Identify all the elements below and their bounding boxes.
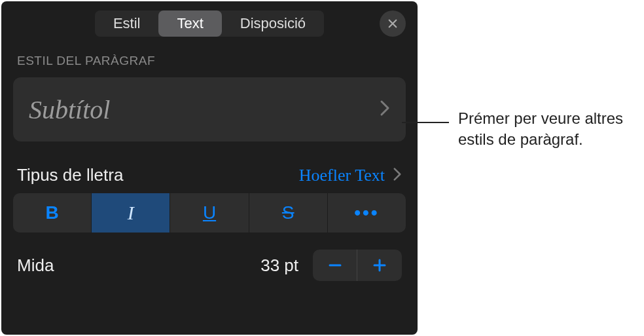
size-decrease-button[interactable] — [313, 250, 357, 281]
strikethrough-glyph: S — [282, 202, 295, 223]
size-increase-button[interactable] — [357, 250, 402, 281]
paragraph-style-section-label: ESTIL DEL PARÀGRAF — [17, 54, 402, 68]
minus-icon — [327, 257, 343, 273]
font-row: Tipus de lletra Hoefler Text — [17, 165, 402, 185]
paragraph-style-picker[interactable]: Subtítol — [13, 77, 406, 141]
paragraph-style-current: Subtítol — [29, 94, 110, 125]
bold-glyph: B — [45, 202, 58, 223]
chevron-right-icon — [393, 167, 402, 184]
font-value: Hoefler Text — [299, 166, 385, 185]
more-styles-button[interactable]: ••• — [328, 193, 406, 233]
strikethrough-button[interactable]: S — [249, 193, 328, 233]
callout-text: Prémer per veure altres estils de paràgr… — [458, 108, 635, 151]
ellipsis-icon: ••• — [354, 202, 379, 223]
callout-leader-line — [402, 122, 449, 123]
tab-text[interactable]: Text — [158, 10, 221, 37]
size-value: 33 pt — [260, 255, 298, 276]
segmented-control: Estil Text Disposició — [13, 10, 406, 37]
text-style-buttons: B I U S ••• — [13, 193, 406, 233]
italic-button[interactable]: I — [92, 193, 170, 233]
size-row: Mida 33 pt — [17, 250, 402, 281]
chevron-right-icon — [380, 100, 390, 119]
font-label: Tipus de lletra — [17, 165, 123, 185]
text-format-panel: Estil Text Disposició ESTIL DEL PARÀGRAF… — [1, 1, 418, 335]
italic-glyph: I — [128, 202, 134, 224]
bold-button[interactable]: B — [13, 193, 92, 233]
size-stepper — [313, 250, 402, 281]
tab-style[interactable]: Estil — [95, 10, 159, 37]
tab-layout[interactable]: Disposició — [222, 10, 324, 37]
underline-glyph: U — [203, 202, 216, 223]
underline-button[interactable]: U — [170, 193, 249, 233]
font-picker[interactable]: Hoefler Text — [299, 166, 402, 185]
size-label: Mida — [17, 255, 54, 276]
plus-icon — [372, 257, 387, 273]
